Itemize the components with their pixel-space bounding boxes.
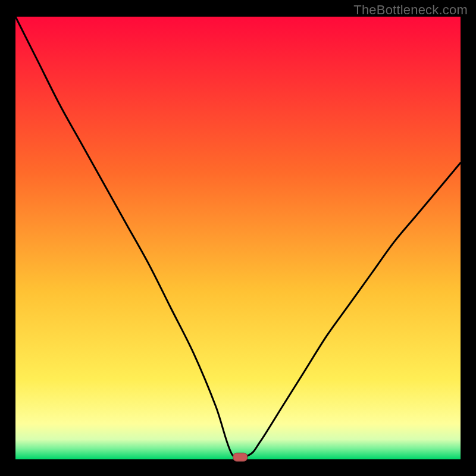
- chart-container: { "watermark": "TheBottleneck.com", "col…: [0, 0, 476, 476]
- bottleneck-chart: [0, 0, 476, 476]
- optimum-marker: [233, 453, 248, 461]
- watermark-label: TheBottleneck.com: [353, 2, 468, 18]
- plot-area: [15, 17, 461, 459]
